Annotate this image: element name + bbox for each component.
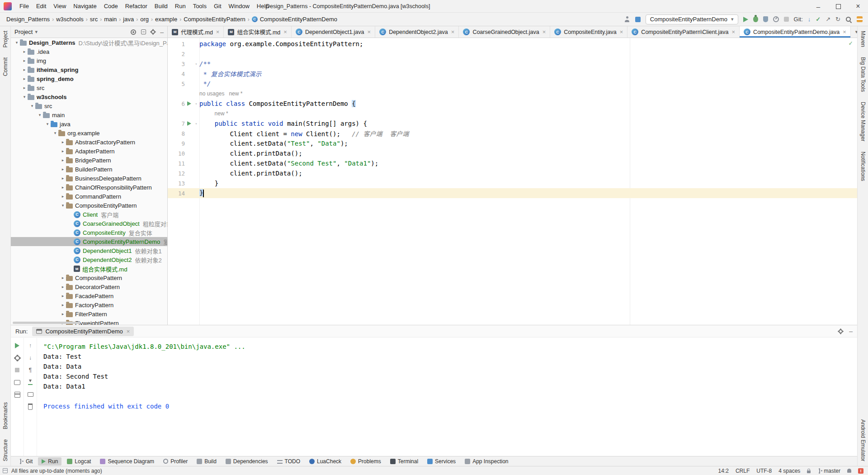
collapse-all-icon[interactable] xyxy=(141,29,146,34)
tree-item[interactable]: Design_PatternsD:\Study\设计模式\黑马\Design_P… xyxy=(11,38,167,47)
close-button[interactable] xyxy=(848,0,868,13)
tree-item[interactable]: ChainOfResponsibilityPattern xyxy=(11,183,167,192)
hide-panel-icon[interactable] xyxy=(849,328,853,335)
breadcrumb-item[interactable]: java xyxy=(121,15,136,24)
editor[interactable]: 1package org.example.CompositeEntityPatt… xyxy=(168,38,857,325)
run-tab[interactable]: CompositeEntityPatternDemo xyxy=(32,327,134,336)
stop-button[interactable] xyxy=(784,17,789,22)
lock-icon[interactable] xyxy=(807,470,811,473)
tree-expand-chevron-icon[interactable] xyxy=(21,58,28,63)
tree-item[interactable]: spring_demo xyxy=(11,74,167,83)
toolwindow-button-todo[interactable]: TODO xyxy=(274,457,304,466)
close-icon[interactable] xyxy=(620,28,623,35)
stripe-button-android-emulator[interactable]: Android Emulator xyxy=(860,419,866,461)
gear-icon[interactable] xyxy=(839,329,843,333)
gear-icon[interactable] xyxy=(151,30,155,34)
tree-expand-chevron-icon[interactable] xyxy=(60,167,66,171)
tree-collapse-chevron-icon[interactable] xyxy=(29,104,35,108)
tree-expand-chevron-icon[interactable] xyxy=(60,185,66,190)
update-project-button[interactable] xyxy=(808,16,811,23)
show-hidden-tabs-icon[interactable] xyxy=(855,29,857,35)
minimize-button[interactable] xyxy=(808,0,828,13)
close-icon[interactable] xyxy=(368,28,371,35)
fold-marker-icon[interactable] xyxy=(193,62,199,66)
tree-item[interactable]: AbstractFactoryPattern xyxy=(11,138,167,147)
tree-expand-chevron-icon[interactable] xyxy=(60,285,66,289)
menu-refactor[interactable]: Refactor xyxy=(122,1,151,11)
locate-file-icon[interactable] xyxy=(131,29,136,35)
tree-expand-chevron-icon[interactable] xyxy=(60,140,66,144)
tree-item[interactable]: CompositePattern xyxy=(11,273,167,282)
close-icon[interactable] xyxy=(732,28,736,35)
debug-button[interactable] xyxy=(753,16,758,22)
breadcrumb-item[interactable]: w3schools xyxy=(54,15,85,24)
toolwindow-button-dependencies[interactable]: Dependencies xyxy=(222,457,272,466)
breadcrumb-item[interactable]: src xyxy=(88,15,99,24)
tree-item[interactable]: DependentObject1依赖对象1 xyxy=(11,246,167,255)
tree-collapse-chevron-icon[interactable] xyxy=(21,95,28,99)
tree-item[interactable]: w3schools xyxy=(11,92,167,101)
menu-run[interactable]: Run xyxy=(172,1,189,11)
history-button[interactable] xyxy=(835,16,840,23)
tree-item[interactable]: FilterPattern xyxy=(11,309,167,318)
tree-item[interactable]: Client客户端 xyxy=(11,210,167,219)
tree-item[interactable]: BusinessDelegatePattern xyxy=(11,174,167,183)
tree-expand-chevron-icon[interactable] xyxy=(60,294,66,298)
toolwindow-button-sequence-diagram[interactable]: Sequence Diagram xyxy=(96,457,158,466)
tree-item[interactable]: DecoratorPattern xyxy=(11,282,167,291)
breadcrumb-item[interactable]: Design_Patterns xyxy=(5,15,52,24)
tree-expand-chevron-icon[interactable] xyxy=(60,303,66,307)
print-button[interactable] xyxy=(27,391,34,398)
git-branch-widget[interactable]: master xyxy=(817,468,840,474)
toolwindow-button-git[interactable]: Git xyxy=(14,457,36,466)
search-everywhere-icon[interactable] xyxy=(845,16,852,23)
indent-style[interactable]: 4 spaces xyxy=(778,468,800,474)
tree-item[interactable]: 组合实体模式.md xyxy=(11,264,167,273)
editor-tab[interactable]: 代理模式.md xyxy=(168,26,224,38)
fold-marker-icon[interactable] xyxy=(193,102,199,106)
editor-tab[interactable]: CoarseGrainedObject.java xyxy=(459,26,550,38)
run-config-select[interactable]: CompositeEntityPatternDemo xyxy=(646,14,738,24)
breadcrumb-item[interactable]: CompositeEntityPatternDemo xyxy=(250,15,339,24)
tree-item[interactable]: CompositeEntity复合实体 xyxy=(11,228,167,237)
project-view-chevron-icon[interactable] xyxy=(35,29,38,35)
tree-item[interactable]: AdapterPattern xyxy=(11,147,167,156)
tree-item[interactable]: src xyxy=(11,101,167,110)
tree-item[interactable]: FactoryPattern xyxy=(11,300,167,309)
clear-button[interactable] xyxy=(27,403,34,410)
tree-item[interactable]: CompositeEntityPatternDemo复合实体模式演示 xyxy=(11,237,167,246)
close-icon[interactable] xyxy=(127,328,130,335)
notifications-icon[interactable] xyxy=(847,469,851,473)
stripe-button-bookmarks[interactable]: Bookmarks xyxy=(2,402,9,429)
tree-item[interactable]: CommandPattern xyxy=(11,192,167,201)
toolwindow-button-problems[interactable]: Problems xyxy=(347,457,385,466)
tree-expand-chevron-icon[interactable] xyxy=(21,67,28,72)
tool-window-switcher-icon[interactable] xyxy=(3,468,8,473)
down-stack-button[interactable] xyxy=(27,354,34,361)
tree-collapse-chevron-icon[interactable] xyxy=(37,113,43,117)
editor-tab[interactable]: CompositeEntityPattern\Client.java xyxy=(627,26,740,38)
maximize-button[interactable] xyxy=(828,0,848,13)
tree-expand-chevron-icon[interactable] xyxy=(60,312,66,316)
tree-item[interactable]: BridgePattern xyxy=(11,156,167,165)
line-separator[interactable]: CRLF xyxy=(736,468,750,474)
stop-button[interactable] xyxy=(14,366,21,374)
tree-collapse-chevron-icon[interactable] xyxy=(14,40,20,45)
run-line-icon[interactable] xyxy=(187,121,191,126)
profiler-button[interactable] xyxy=(773,16,779,22)
tree-collapse-chevron-icon[interactable] xyxy=(44,122,51,126)
editor-tab[interactable]: DependentObject1.java xyxy=(292,26,375,38)
fold-marker-icon[interactable] xyxy=(193,122,199,126)
caret-position[interactable]: 14:2 xyxy=(718,468,729,474)
toolwindow-button-services[interactable]: Services xyxy=(424,457,459,466)
close-icon[interactable] xyxy=(843,28,846,35)
toolwindow-button-luacheck[interactable]: LuaCheck xyxy=(306,457,345,466)
tree-expand-chevron-icon[interactable] xyxy=(60,194,66,199)
toolwindow-button-logcat[interactable]: Logcat xyxy=(63,457,94,466)
ide-updates-icon[interactable] xyxy=(857,16,863,22)
menu-code[interactable]: Code xyxy=(101,1,121,11)
tree-item[interactable]: FacadePattern xyxy=(11,291,167,300)
menu-navigate[interactable]: Navigate xyxy=(70,1,99,11)
stripe-button-device-manager[interactable]: Device Manager xyxy=(860,102,866,141)
stripe-button-project[interactable]: Project xyxy=(2,31,9,48)
